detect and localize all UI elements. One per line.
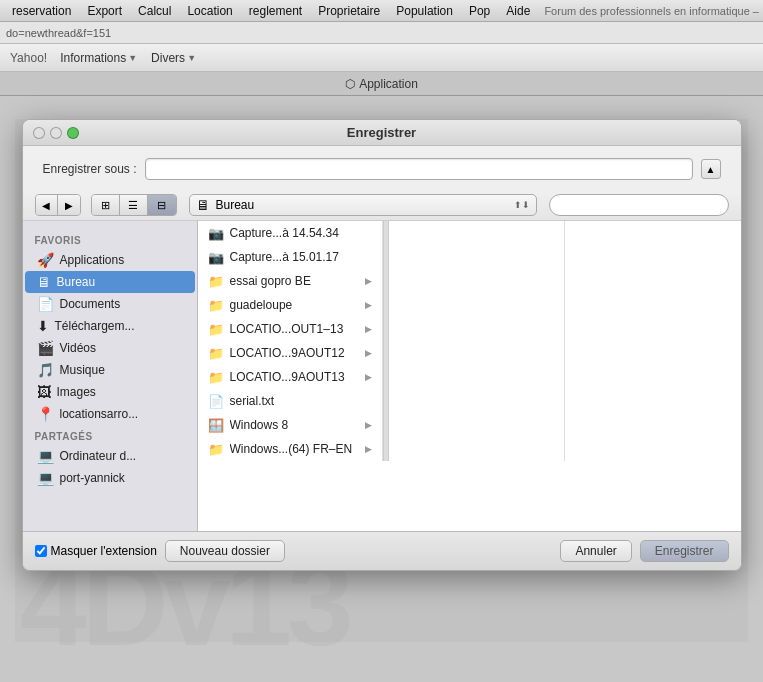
new-folder-button[interactable]: Nouveau dossier xyxy=(165,540,285,562)
file-name-windows64: Windows...(64) FR–EN xyxy=(230,442,359,456)
browser-toolbar: Yahoo! Informations ▼ Divers ▼ xyxy=(0,44,763,72)
windows64-arrow-icon: ▶ xyxy=(365,444,372,454)
bureau-icon: 🖥 xyxy=(37,274,51,290)
file-name-windows8: Windows 8 xyxy=(230,418,359,432)
file-item-serial[interactable]: 📄 serial.txt xyxy=(198,389,382,413)
sidebar-item-videos-label: Vidéos xyxy=(60,341,96,355)
ordinateur-icon: 💻 xyxy=(37,448,54,464)
menu-location[interactable]: Location xyxy=(179,2,240,20)
menu-calcul[interactable]: Calcul xyxy=(130,2,179,20)
location-icon: 🖥 xyxy=(196,197,210,213)
file-name-guadeloupe: guadeloupe xyxy=(230,298,359,312)
nav-back-button[interactable]: ◀ xyxy=(36,195,58,215)
hide-extension-checkbox[interactable] xyxy=(35,545,47,557)
maximize-button[interactable] xyxy=(67,127,79,139)
sidebar-item-images[interactable]: 🖼 Images xyxy=(25,381,195,403)
yahoo-link[interactable]: Yahoo! xyxy=(6,49,51,67)
minimize-button[interactable] xyxy=(50,127,62,139)
sidebar-item-port-yannick-label: port-yannick xyxy=(60,471,125,485)
sidebar-item-applications-label: Applications xyxy=(60,253,125,267)
essai-arrow-icon: ▶ xyxy=(365,276,372,286)
dialog-content: FAVORIS 🚀 Applications 🖥 Bureau 📄 Docume… xyxy=(23,221,741,531)
file-name-locatio3: LOCATIO...9AOUT13 xyxy=(230,370,359,384)
images-icon: 🖼 xyxy=(37,384,51,400)
sidebar-item-documents[interactable]: 📄 Documents xyxy=(25,293,195,315)
view-list-button[interactable]: ☰ xyxy=(120,195,148,215)
divers-arrow-icon: ▼ xyxy=(187,53,196,63)
sidebar-item-ordinateur-label: Ordinateur d... xyxy=(60,449,137,463)
sidebar-item-ordinateur[interactable]: 💻 Ordinateur d... xyxy=(25,445,195,467)
locatio3-arrow-icon: ▶ xyxy=(365,372,372,382)
view-btn-group: ⊞ ☰ ⊟ xyxy=(91,194,177,216)
informations-menu[interactable]: Informations ▼ xyxy=(55,49,142,67)
file-item-windows64[interactable]: 📁 Windows...(64) FR–EN ▶ xyxy=(198,437,382,461)
files-column: 📷 Capture...à 14.54.34 📷 Capture...à 15.… xyxy=(198,221,383,461)
applications-icon: 🚀 xyxy=(37,252,54,268)
documents-icon: 📄 xyxy=(37,296,54,312)
menu-aide[interactable]: Aide xyxy=(498,2,538,20)
app-tab-icon: ⬡ xyxy=(345,77,355,91)
view-icons-button[interactable]: ⊞ xyxy=(92,195,120,215)
app-tab-label: Application xyxy=(359,77,418,91)
sidebar-item-applications[interactable]: 🚀 Applications xyxy=(25,249,195,271)
sidebar-item-locationsarro[interactable]: 📍 locationsarro... xyxy=(25,403,195,425)
menu-export[interactable]: Export xyxy=(79,2,130,20)
view-columns-button[interactable]: ⊟ xyxy=(148,195,176,215)
search-input[interactable] xyxy=(549,194,729,216)
file-item-guadeloupe[interactable]: 📁 guadeloupe ▶ xyxy=(198,293,382,317)
locatio1-arrow-icon: ▶ xyxy=(365,324,372,334)
app-tabbar: ⬡ Application xyxy=(0,72,763,96)
file-item-essai[interactable]: 📁 essai gopro BE ▶ xyxy=(198,269,382,293)
saveas-label: Enregistrer sous : xyxy=(43,162,137,176)
menu-reglement[interactable]: reglement xyxy=(241,2,310,20)
hide-extension-checkbox-wrap: Masquer l'extension xyxy=(35,544,157,558)
favorites-section-title: FAVORIS xyxy=(23,229,197,249)
file-icon-capture2: 📷 xyxy=(208,250,224,265)
menubar: reservation Export Calcul Location regle… xyxy=(0,0,763,22)
sidebar-item-telechargements-label: Téléchargem... xyxy=(55,319,135,333)
file-item-locatio3[interactable]: 📁 LOCATIO...9AOUT13 ▶ xyxy=(198,365,382,389)
windows8-arrow-icon: ▶ xyxy=(365,420,372,430)
sidebar-item-telechargements[interactable]: ⬇ Téléchargem... xyxy=(25,315,195,337)
musique-icon: 🎵 xyxy=(37,362,54,378)
file-name-capture2: Capture...à 15.01.17 xyxy=(230,250,372,264)
saveas-input[interactable] xyxy=(145,158,693,180)
file-list-container: 📷 Capture...à 14.54.34 📷 Capture...à 15.… xyxy=(198,221,741,531)
file-item-locatio2[interactable]: 📁 LOCATIO...9AOUT12 ▶ xyxy=(198,341,382,365)
urlbar: do=newthread&f=151 xyxy=(0,22,763,44)
file-icon-windows8: 🪟 xyxy=(208,418,224,433)
preview-column-1 xyxy=(389,221,566,461)
close-button[interactable] xyxy=(33,127,45,139)
saveas-expand-button[interactable]: ▲ xyxy=(701,159,721,179)
locationsarro-icon: 📍 xyxy=(37,406,54,422)
sidebar-item-bureau[interactable]: 🖥 Bureau xyxy=(25,271,195,293)
file-name-locatio2: LOCATIO...9AOUT12 xyxy=(230,346,359,360)
sidebar-item-musique[interactable]: 🎵 Musique xyxy=(25,359,195,381)
location-dropdown[interactable]: 🖥 Bureau ⬆⬇ xyxy=(189,194,537,216)
divers-menu[interactable]: Divers ▼ xyxy=(146,49,201,67)
nav-back-forward-group: ◀ ▶ xyxy=(35,194,81,216)
menu-proprietaire[interactable]: Proprietaire xyxy=(310,2,388,20)
file-icon-locatio1: 📁 xyxy=(208,322,224,337)
sidebar-item-musique-label: Musique xyxy=(60,363,105,377)
file-item-capture1[interactable]: 📷 Capture...à 14.54.34 xyxy=(198,221,382,245)
nav-forward-button[interactable]: ▶ xyxy=(58,195,80,215)
sidebar-item-locationsarro-label: locationsarro... xyxy=(60,407,139,421)
menu-reservation[interactable]: reservation xyxy=(4,2,79,20)
port-yannick-icon: 💻 xyxy=(37,470,54,486)
app-tab[interactable]: ⬡ Application xyxy=(333,74,430,94)
file-name-capture1: Capture...à 14.54.34 xyxy=(230,226,372,240)
window-buttons xyxy=(33,127,79,139)
menu-population[interactable]: Population xyxy=(388,2,461,20)
file-item-capture2[interactable]: 📷 Capture...à 15.01.17 xyxy=(198,245,382,269)
dialog-backdrop: Enregistrer Enregistrer sous : ▲ ◀ ▶ ⊞ ☰… xyxy=(15,119,748,642)
sidebar-item-port-yannick[interactable]: 💻 port-yannick xyxy=(25,467,195,489)
save-button[interactable]: Enregistrer xyxy=(640,540,729,562)
menu-pop[interactable]: Pop xyxy=(461,2,498,20)
cancel-button[interactable]: Annuler xyxy=(560,540,631,562)
dialog-title: Enregistrer xyxy=(347,125,416,140)
file-item-windows8[interactable]: 🪟 Windows 8 ▶ xyxy=(198,413,382,437)
sidebar-item-videos[interactable]: 🎬 Vidéos xyxy=(25,337,195,359)
file-item-locatio1[interactable]: 📁 LOCATIO...OUT1–13 ▶ xyxy=(198,317,382,341)
telechargements-icon: ⬇ xyxy=(37,318,49,334)
